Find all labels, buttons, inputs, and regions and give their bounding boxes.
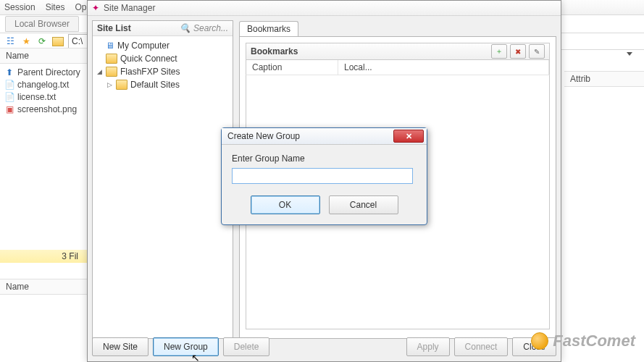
file-label: Parent Directory xyxy=(17,67,80,77)
tree-label: FlashFXP Sites xyxy=(120,67,180,77)
ok-button[interactable]: OK xyxy=(251,195,320,214)
window-title: Site Manager xyxy=(104,3,155,13)
tree-node-flashfxp[interactable]: ◢ FlashFXP Sites xyxy=(96,65,230,78)
bookmark-delete-button[interactable]: ✖ xyxy=(510,44,526,59)
parent-directory-row[interactable]: ⬆ Parent Directory xyxy=(4,66,88,78)
close-icon: ✕ xyxy=(406,132,412,141)
new-site-button[interactable]: New Site xyxy=(92,337,149,356)
file-row[interactable]: 📄 license.txt xyxy=(4,90,88,103)
logo-disc-icon xyxy=(531,332,548,350)
up-arrow-icon: ⬆ xyxy=(4,67,14,77)
local-column-name[interactable]: Name xyxy=(0,48,93,64)
file-label: changelog.txt xyxy=(17,80,69,90)
text-file-icon: 📄 xyxy=(4,80,14,90)
site-list-label: Site List xyxy=(97,23,131,33)
search-placeholder: Search... xyxy=(193,23,228,33)
dialog-titlebar: Create New Group ✕ xyxy=(222,128,427,145)
delete-icon: ✖ xyxy=(515,48,521,56)
cancel-button[interactable]: Cancel xyxy=(329,195,398,214)
bookmark-add-button[interactable]: ＋ xyxy=(491,44,507,59)
apply-button[interactable]: Apply xyxy=(406,337,450,356)
address-dropdown-icon[interactable] xyxy=(627,52,632,56)
dialog-close-button[interactable]: ✕ xyxy=(393,130,424,143)
tab-bookmarks[interactable]: Bookmarks xyxy=(239,21,298,36)
computer-icon: 🖥 xyxy=(106,41,114,51)
tree-icon[interactable]: ☷ xyxy=(4,35,16,47)
group-name-label: Enter Group Name xyxy=(232,153,417,164)
tree-node-my-computer[interactable]: 🖥 My Computer xyxy=(96,39,230,52)
tab-local-browser[interactable]: Local Browser xyxy=(5,16,79,32)
app-icon: ✦ xyxy=(92,3,99,13)
watermark-logo: FastComet xyxy=(531,332,635,350)
add-icon: ＋ xyxy=(495,46,503,56)
bookmarks-columns: Caption Local... xyxy=(246,60,550,75)
menu-options[interactable]: Op xyxy=(75,2,86,12)
tree-label: Default Sites xyxy=(130,80,180,90)
brand-text: FastComet xyxy=(553,332,635,350)
file-row[interactable]: ▣ screenshot.png xyxy=(4,103,88,115)
tree-node-quick-connect[interactable]: Quick Connect xyxy=(96,52,230,65)
image-file-icon: ▣ xyxy=(4,104,14,114)
column-caption[interactable]: Caption xyxy=(246,60,338,75)
column-local[interactable]: Local... xyxy=(338,60,549,75)
edit-icon: ✎ xyxy=(534,48,540,56)
folder-icon xyxy=(106,67,117,77)
file-label: license.txt xyxy=(17,92,56,102)
folder-open-icon[interactable] xyxy=(52,35,64,47)
expand-icon[interactable]: ▷ xyxy=(106,81,113,88)
refresh-icon[interactable]: ⟳ xyxy=(36,35,48,47)
folder-icon xyxy=(106,54,117,64)
remote-column-attrib[interactable]: Attrib xyxy=(564,71,644,87)
bookmark-edit-button[interactable]: ✎ xyxy=(529,44,545,59)
folder-icon xyxy=(116,80,127,90)
text-file-icon: 📄 xyxy=(4,92,14,102)
local-status-bar: 3 Fil xyxy=(0,250,93,263)
connect-button[interactable]: Connect xyxy=(454,337,509,356)
file-row[interactable]: 📄 changelog.txt xyxy=(4,78,88,90)
collapse-icon[interactable]: ◢ xyxy=(96,68,103,75)
site-tree: 🖥 My Computer Quick Connect ◢ FlashFXP S… xyxy=(93,36,233,338)
search-icon: 🔍 xyxy=(180,23,191,33)
site-list-panel: Site List 🔍 Search... 🖥 My Computer Quic… xyxy=(92,20,233,339)
tree-node-default-sites[interactable]: ▷ Default Sites xyxy=(96,78,230,91)
favorite-icon[interactable]: ★ xyxy=(20,35,32,47)
new-group-button[interactable]: New Group xyxy=(153,337,219,356)
lower-column-name[interactable]: Name xyxy=(0,279,99,295)
site-manager-button-bar: New Site New Group Delete Apply Connect … xyxy=(92,337,556,357)
dialog-title: Create New Group xyxy=(227,131,300,141)
menu-session[interactable]: Session xyxy=(4,2,35,12)
tree-label: Quick Connect xyxy=(120,54,177,64)
menu-sites[interactable]: Sites xyxy=(46,2,65,12)
group-name-input[interactable] xyxy=(232,168,413,184)
bookmarks-header: Bookmarks xyxy=(251,46,298,56)
create-group-dialog: Create New Group ✕ Enter Group Name OK C… xyxy=(221,127,427,225)
tree-label: My Computer xyxy=(117,41,170,51)
site-manager-titlebar: ✦ Site Manager xyxy=(88,1,561,16)
site-search[interactable]: 🔍 Search... xyxy=(180,23,228,33)
file-label: screenshot.png xyxy=(17,104,77,114)
detail-tabs: Bookmarks xyxy=(239,20,556,36)
delete-button[interactable]: Delete xyxy=(223,337,270,356)
